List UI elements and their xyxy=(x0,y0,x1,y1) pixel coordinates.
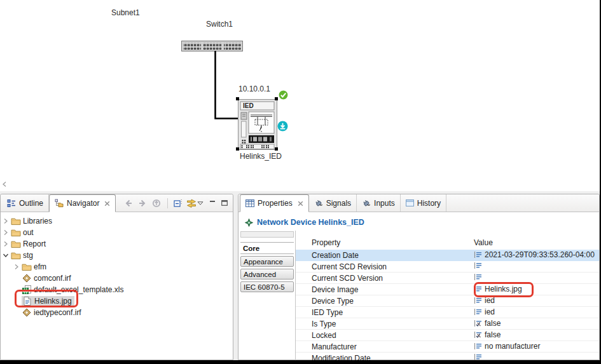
property-row-manufacturer[interactable]: Manufacturer no manufacturer xyxy=(296,341,599,353)
outline-view-icon xyxy=(7,199,16,208)
property-row-locked[interactable]: Locked false xyxy=(296,330,599,341)
tree-item-efm[interactable]: efm xyxy=(1,261,233,273)
tree-item-libraries[interactable]: Libraries xyxy=(1,215,233,227)
chevron-right-icon[interactable] xyxy=(3,241,9,247)
selection-handle[interactable] xyxy=(275,147,278,151)
property-name: Device Type xyxy=(312,297,354,306)
irf-file-icon xyxy=(22,308,32,317)
chevron-spacer xyxy=(13,286,20,293)
device-name-label: Helinks_IED xyxy=(240,152,282,161)
property-name: Creation Date xyxy=(312,251,359,260)
tree-item-label: Helinks.jpg xyxy=(34,297,72,306)
folder-icon xyxy=(22,262,32,271)
go-up-icon[interactable] xyxy=(151,198,162,208)
chevron-right-icon[interactable] xyxy=(3,218,9,224)
forward-icon[interactable] xyxy=(137,198,148,208)
text-value-icon xyxy=(474,262,482,269)
window-icon xyxy=(406,199,414,206)
tab-properties[interactable]: Properties xyxy=(240,194,309,212)
category-advanced[interactable]: Advanced xyxy=(240,269,294,280)
property-row-is-type[interactable]: Is Type false xyxy=(296,318,599,330)
property-value[interactable]: ied xyxy=(485,296,495,305)
property-name: Is Type xyxy=(312,320,336,328)
network-connection-line[interactable] xyxy=(214,51,239,121)
tree-item-label: Libraries xyxy=(23,217,52,226)
property-row-ied-type[interactable]: IED Type ied xyxy=(296,307,599,318)
property-row-current-scd-revision[interactable]: Current SCD Revision xyxy=(296,261,599,273)
diagram-canvas[interactable]: Subnet1 Switch1 10.10.0.1 IED xyxy=(0,0,600,191)
maximize-icon[interactable] xyxy=(221,200,228,206)
tree-item-iedtypeconf[interactable]: iedtypeconf.irf xyxy=(1,307,233,318)
tab-signals[interactable]: Signals xyxy=(309,194,357,212)
property-row-device-image[interactable]: Device Image Helinks.jpg xyxy=(296,284,599,295)
tab-navigator[interactable]: Navigator xyxy=(49,194,116,212)
category-core[interactable]: Core xyxy=(240,242,294,254)
tab-history[interactable]: History xyxy=(401,194,446,212)
text-value-icon xyxy=(474,342,482,350)
tree-item-stg[interactable]: stg xyxy=(1,250,233,261)
chevron-down-icon[interactable] xyxy=(3,252,9,259)
text-value-icon xyxy=(474,251,482,259)
property-table-header: Property Value xyxy=(296,237,599,250)
chevron-right-icon[interactable] xyxy=(3,229,9,236)
chevron-right-icon[interactable] xyxy=(13,264,20,270)
text-value-icon xyxy=(474,273,482,281)
tab-outline[interactable]: Outline xyxy=(2,194,49,212)
diamond-icon xyxy=(245,219,253,227)
property-table: Property Value Creation Date 2021-03-29T… xyxy=(296,231,599,361)
property-value[interactable]: 2021-03-29T09:33:53.260-04:00 xyxy=(485,250,595,259)
tab-navigator-label: Navigator xyxy=(67,199,99,208)
selection-handle[interactable] xyxy=(236,147,239,151)
properties-view-panel: Properties Signals Inputs History Networ… xyxy=(238,194,600,360)
property-name: IED Type xyxy=(312,308,343,317)
property-value[interactable]: false xyxy=(485,330,501,339)
view-menu-icon[interactable] xyxy=(197,201,204,205)
property-row-device-type[interactable]: Device Type ied xyxy=(296,295,599,307)
status-ok-badge-icon xyxy=(278,90,289,100)
property-value[interactable]: no manufacturer xyxy=(485,342,540,351)
navigator-view-panel: Outline Navigator Libraries xyxy=(0,194,233,360)
tree-item-label: stg xyxy=(23,251,33,260)
irf-file-icon xyxy=(22,274,32,283)
property-value[interactable]: false xyxy=(485,319,501,328)
selection-handle[interactable] xyxy=(236,97,239,100)
ied-device-node[interactable]: IED xyxy=(238,99,277,150)
close-icon[interactable] xyxy=(104,201,110,206)
link-with-editor-icon[interactable] xyxy=(186,199,197,208)
property-value[interactable]: ied xyxy=(485,307,495,316)
tree-item-label: Report xyxy=(23,239,46,248)
selected-tree-item[interactable]: Helinks.jpg xyxy=(22,296,74,306)
category-appearance[interactable]: Appearance xyxy=(240,256,294,267)
switch-node[interactable] xyxy=(181,41,243,51)
tab-inputs[interactable]: Inputs xyxy=(357,194,401,212)
property-name: Manufacturer xyxy=(312,342,357,351)
tree-item-report[interactable]: Report xyxy=(1,238,233,250)
collapse-all-icon[interactable] xyxy=(174,199,183,208)
property-row-creation-date[interactable]: Creation Date 2021-03-29T09:33:53.260-04… xyxy=(296,250,599,261)
category-iec-60870-5[interactable]: IEC 60870-5 xyxy=(240,281,294,292)
tree-item-label: efm xyxy=(34,262,46,271)
folder-icon xyxy=(11,251,21,260)
chevron-spacer xyxy=(13,309,20,316)
navigator-toolbar xyxy=(123,194,197,212)
tree-item-comconf[interactable]: comconf.irf xyxy=(1,273,233,284)
tree-item-out[interactable]: out xyxy=(1,227,233,238)
minimize-icon[interactable] xyxy=(209,200,216,206)
toolbar-separator xyxy=(167,198,168,208)
property-name: Current SCD Revision xyxy=(312,262,387,271)
tree-item-label: default_excel_template.xls xyxy=(34,285,123,294)
properties-title: Network Device Helinks_IED xyxy=(257,218,364,227)
chevron-spacer xyxy=(13,298,20,304)
tree-item-helinks-jpg[interactable]: Helinks.jpg xyxy=(1,295,233,307)
property-value[interactable]: Helinks.jpg xyxy=(485,285,522,293)
boolean-value-icon xyxy=(474,320,482,327)
tree-item-excel-template[interactable]: default_excel_template.xls xyxy=(1,284,233,295)
back-icon[interactable] xyxy=(123,198,134,208)
chevron-spacer xyxy=(13,275,20,281)
folder-icon xyxy=(11,239,21,248)
category-sidebar: Core Appearance Advanced IEC 60870-5 xyxy=(238,231,296,361)
navigator-tree: Libraries out Report stg efm comconf.irf xyxy=(1,212,233,318)
scroll-left-icon[interactable] xyxy=(2,181,7,187)
property-row-current-scd-version[interactable]: Current SCD Version xyxy=(296,273,599,284)
close-icon[interactable] xyxy=(298,201,303,206)
